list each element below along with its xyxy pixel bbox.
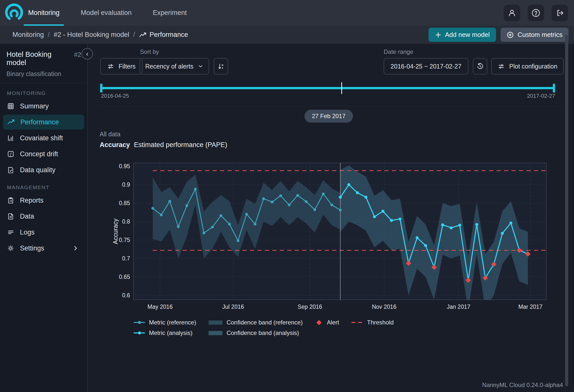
legend-band-analysis[interactable]: Confidence band (analysis)	[209, 329, 303, 336]
metric-subtitle: Estimated performance (PAPE)	[134, 141, 227, 149]
table-icon	[7, 102, 14, 110]
metric-point	[416, 236, 419, 239]
plot-configuration-button[interactable]: Plot configuration	[491, 58, 564, 75]
sort-alpha-icon: a z	[217, 62, 225, 70]
breadcrumb-model[interactable]: #2 - Hotel Booking model	[54, 31, 129, 39]
sidebar-item-label: Data quality	[20, 166, 56, 174]
add-new-model-button[interactable]: Add new model	[429, 28, 496, 42]
logout-button[interactable]	[552, 5, 568, 21]
metric-point	[330, 204, 333, 206]
tab-experiment[interactable]: Experiment	[148, 0, 191, 26]
metric-point	[271, 201, 274, 203]
metric-point	[228, 223, 231, 226]
svg-text:0.6: 0.6	[122, 292, 130, 299]
svg-text:z: z	[222, 66, 223, 69]
legend-label: Threshold	[367, 319, 394, 326]
line-swatch-icon	[134, 322, 145, 323]
history-icon	[476, 62, 484, 70]
sidebar-section-management: MANAGEMENT	[7, 184, 87, 190]
sidebar-collapse-button[interactable]: ‹	[81, 48, 93, 60]
sidebar-item-reports[interactable]: Reports	[3, 193, 84, 208]
slider-cursor[interactable]	[341, 82, 342, 94]
sidebar-item-settings[interactable]: Settings	[3, 241, 84, 256]
sidebar-item-concept-drift[interactable]: f Concept drift	[3, 147, 84, 161]
sidebar-item-label: Summary	[20, 102, 49, 110]
sidebar-item-performance[interactable]: Performance	[3, 115, 84, 130]
breadcrumb-separator: /	[133, 31, 135, 39]
metric-point	[185, 204, 188, 207]
metric-point	[296, 194, 299, 197]
tab-monitoring[interactable]: Monitoring	[24, 0, 64, 26]
date-range-value: 2016-04-25 ~ 2017-02-27	[391, 63, 461, 70]
sidebar-model-header: Hotel Booking model #2 Binary classifica…	[0, 44, 87, 83]
scrollbar[interactable]	[565, 35, 568, 386]
metric-point	[168, 200, 171, 203]
top-nav: Monitoring Model evaluation Experiment	[0, 0, 574, 26]
legend-label: Metric (reference)	[149, 319, 196, 326]
history-reset-button[interactable]	[473, 58, 487, 75]
clipboard-icon	[7, 197, 14, 204]
date-range-input[interactable]: 2016-04-25 ~ 2017-02-27	[384, 58, 468, 75]
help-button[interactable]	[528, 5, 544, 21]
legend-alert[interactable]: Alert	[315, 319, 339, 326]
nannyml-logo[interactable]	[0, 3, 24, 23]
performance-chart[interactable]: 0.950.90.850.80.750.70.650.6May 2016Jul …	[98, 159, 569, 321]
svg-text:0.7: 0.7	[122, 255, 130, 262]
metric-point	[211, 226, 214, 229]
legend-band-reference[interactable]: Confidence band (reference)	[209, 319, 303, 326]
metric-point	[151, 207, 154, 210]
metric-name: Accuracy	[100, 141, 130, 149]
svg-text:Sep 2016: Sep 2016	[298, 304, 322, 310]
svg-text:0.65: 0.65	[119, 274, 130, 280]
sidebar-item-label: Data	[20, 213, 34, 220]
sidebar-item-label: Reports	[20, 197, 44, 204]
metric-point	[177, 225, 180, 228]
user-profile-button[interactable]	[504, 5, 520, 21]
sort-direction-button[interactable]: a z	[214, 58, 228, 75]
metric-point	[305, 200, 308, 203]
metric-point	[475, 223, 478, 226]
sidebar-item-label: Logs	[20, 229, 35, 236]
custom-metrics-button[interactable]: Custom metrics	[501, 28, 569, 42]
metric-point	[194, 188, 197, 190]
svg-text:a: a	[222, 63, 223, 66]
legend-metric-reference[interactable]: Metric (reference)	[134, 319, 196, 326]
gear-icon	[7, 244, 14, 252]
slider-handle-start[interactable]	[100, 84, 102, 92]
date-range-slider[interactable]	[100, 80, 555, 95]
tab-model-evaluation[interactable]: Model evaluation	[76, 0, 136, 26]
breadcrumb-monitoring[interactable]: Monitoring	[12, 31, 44, 39]
plus-icon	[435, 32, 441, 38]
metric-point	[441, 223, 444, 226]
sidebar-item-logs[interactable]: Logs	[3, 225, 84, 240]
user-icon	[507, 8, 516, 17]
metric-point	[399, 218, 402, 221]
chevron-left-icon: ‹	[86, 50, 88, 58]
date-range-label: Date range	[384, 48, 413, 55]
sidebar-item-label: Settings	[20, 244, 44, 252]
svg-text:Nov 2016: Nov 2016	[372, 304, 396, 310]
slider-handle-end[interactable]	[553, 84, 555, 92]
svg-text:May 2016: May 2016	[147, 304, 173, 310]
sort-by-value: Recency of alerts	[145, 63, 193, 70]
svg-text:0.85: 0.85	[119, 200, 130, 206]
legend-metric-analysis[interactable]: Metric (analysis)	[134, 329, 196, 336]
file-icon	[7, 213, 14, 220]
sort-by-select[interactable]: Recency of alerts	[140, 58, 209, 75]
breadcrumb-performance: Performance	[139, 31, 188, 39]
chart-legend: Metric (reference) Confidence band (refe…	[134, 319, 394, 336]
svg-text:0.9: 0.9	[122, 181, 130, 188]
sidebar-item-covariate-shift[interactable]: Covariate shift	[3, 131, 84, 146]
svg-text:f: f	[10, 152, 12, 157]
metric-point	[160, 214, 163, 216]
sidebar-item-data[interactable]: Data	[3, 209, 84, 224]
metric-point	[254, 223, 256, 226]
legend-threshold[interactable]: Threshold	[352, 319, 394, 326]
metric-point	[424, 244, 427, 247]
sidebar-item-data-quality[interactable]: Data quality	[3, 162, 84, 177]
slider-track[interactable]	[100, 87, 555, 89]
sidebar-item-label: Covariate shift	[20, 134, 63, 142]
filters-button[interactable]: Filters	[100, 58, 143, 75]
sidebar-item-summary[interactable]: Summary	[3, 99, 84, 114]
metric-point	[288, 204, 290, 206]
